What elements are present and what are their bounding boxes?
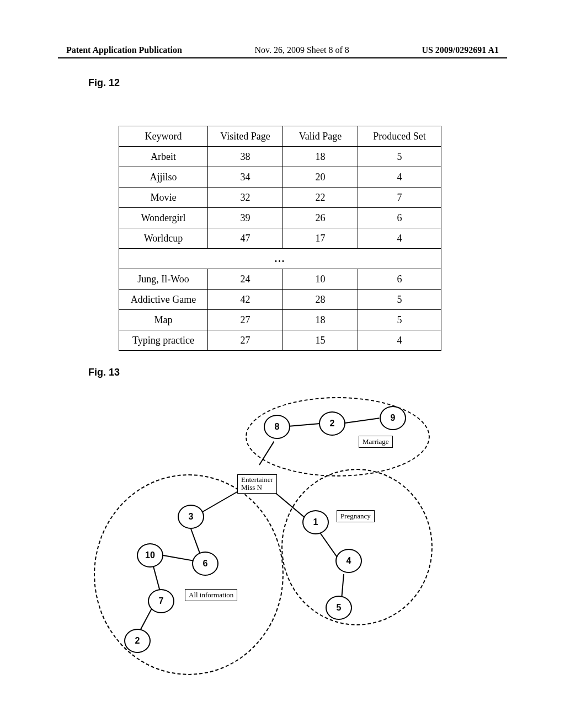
node-1: 1	[302, 510, 329, 534]
cell-produced: 5	[358, 310, 441, 330]
cell-valid: 15	[283, 330, 358, 351]
cell-keyword: Jung, Il-Woo	[119, 269, 208, 290]
cell-keyword: Worldcup	[119, 228, 208, 249]
cell-produced: 6	[358, 269, 441, 290]
label-marriage: Marriage	[359, 436, 393, 448]
table-header-row: Keyword Visited Page Valid Page Produced…	[119, 126, 441, 147]
cell-valid: 26	[283, 208, 358, 228]
col-visited: Visited Page	[208, 126, 283, 147]
cell-keyword: Map	[119, 310, 208, 330]
node-2-bottom: 2	[124, 629, 151, 653]
cell-ellipsis: ...	[119, 249, 441, 269]
header-rule	[58, 57, 507, 58]
cell-keyword: Arbeit	[119, 147, 208, 167]
fig12-label: Fig. 12	[88, 77, 120, 89]
cell-valid: 18	[283, 310, 358, 330]
fig13-diagram: 8 2 9 3 1 4 5 10 6 7 2 Marriage Entertai…	[94, 392, 447, 684]
node-8: 8	[264, 415, 290, 439]
node-2-top: 2	[319, 411, 345, 436]
node-4: 4	[335, 549, 362, 573]
fig12-table: Keyword Visited Page Valid Page Produced…	[119, 126, 441, 351]
node-3: 3	[178, 505, 204, 529]
header-left: Patent Application Publication	[66, 45, 182, 55]
cell-produced: 6	[358, 208, 441, 228]
cell-keyword: Ajjilso	[119, 167, 208, 188]
cluster-right	[281, 469, 433, 625]
table-row: Wondergirl39266	[119, 208, 441, 228]
col-keyword: Keyword	[119, 126, 208, 147]
cell-produced: 5	[358, 147, 441, 167]
cell-valid: 28	[283, 290, 358, 310]
cell-produced: 4	[358, 330, 441, 351]
cell-produced: 4	[358, 228, 441, 249]
cell-visited: 39	[208, 208, 283, 228]
page-header: Patent Application Publication Nov. 26, …	[66, 45, 499, 55]
cell-valid: 22	[283, 188, 358, 208]
col-produced: Produced Set	[358, 126, 441, 147]
fig13-label: Fig. 13	[88, 367, 120, 378]
cell-valid: 18	[283, 147, 358, 167]
node-5: 5	[326, 596, 352, 620]
cell-keyword: Movie	[119, 188, 208, 208]
table-row: Map27185	[119, 310, 441, 330]
cell-produced: 7	[358, 188, 441, 208]
cell-keyword: Typing practice	[119, 330, 208, 351]
cell-valid: 20	[283, 167, 358, 188]
cell-produced: 4	[358, 167, 441, 188]
cell-visited: 47	[208, 228, 283, 249]
table-ellipsis-row: ...	[119, 249, 441, 269]
header-center: Nov. 26, 2009 Sheet 8 of 8	[254, 45, 349, 55]
cell-valid: 17	[283, 228, 358, 249]
node-9: 9	[380, 406, 406, 430]
table-row: Arbeit38185	[119, 147, 441, 167]
node-6: 6	[192, 552, 218, 576]
table-row: Worldcup47174	[119, 228, 441, 249]
cell-visited: 34	[208, 167, 283, 188]
cell-visited: 24	[208, 269, 283, 290]
cell-visited: 38	[208, 147, 283, 167]
header-right: US 2009/0292691 A1	[422, 45, 499, 55]
label-pregnancy: Pregnancy	[337, 510, 375, 522]
cell-visited: 27	[208, 330, 283, 351]
label-allinfo: All information	[185, 589, 237, 601]
node-10: 10	[137, 543, 163, 568]
table-row: Addictive Game42285	[119, 290, 441, 310]
cell-keyword: Addictive Game	[119, 290, 208, 310]
table-row: Ajjilso34204	[119, 167, 441, 188]
cell-valid: 10	[283, 269, 358, 290]
node-7: 7	[148, 589, 174, 613]
cell-keyword: Wondergirl	[119, 208, 208, 228]
col-valid: Valid Page	[283, 126, 358, 147]
cell-produced: 5	[358, 290, 441, 310]
table-row: Typing practice27154	[119, 330, 441, 351]
cell-visited: 32	[208, 188, 283, 208]
cell-visited: 42	[208, 290, 283, 310]
table-row: Jung, Il-Woo24106	[119, 269, 441, 290]
table-row: Movie32227	[119, 188, 441, 208]
cell-visited: 27	[208, 310, 283, 330]
label-entertainer: Entertainer Miss N	[237, 474, 277, 494]
